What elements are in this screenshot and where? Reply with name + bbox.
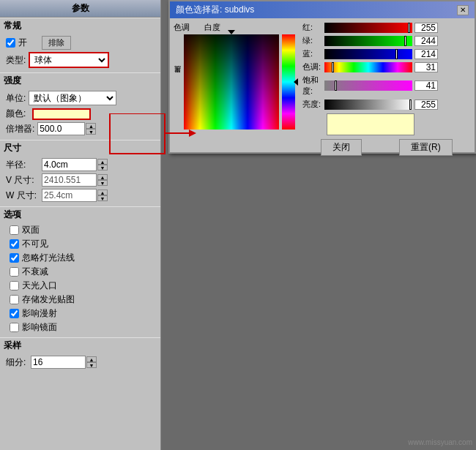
hue-slider-thumb xyxy=(294,78,298,86)
subdiv-label: 细分: xyxy=(6,356,28,369)
sky-light-checkbox[interactable] xyxy=(10,281,19,290)
sat-bar[interactable] xyxy=(324,80,412,91)
color-label: 颜色: xyxy=(6,108,26,120)
panel-title: 参数 xyxy=(0,0,160,18)
unit-label: 单位: xyxy=(6,92,26,105)
dialog-buttons: 关闭 重置(R) xyxy=(302,139,471,156)
wsize-label: W 尺寸: xyxy=(6,190,39,202)
bri-bar[interactable] xyxy=(324,100,412,110)
radius-up[interactable]: ▲ xyxy=(97,159,108,165)
vsize-down[interactable]: ▼ xyxy=(97,180,108,186)
dialog-title: 颜色选择器: subdivs ✕ xyxy=(170,1,475,18)
radius-input[interactable] xyxy=(42,158,97,171)
subdiv-down[interactable]: ▼ xyxy=(86,362,97,368)
color-adjust-tab[interactable]: 色调 xyxy=(174,22,190,33)
close-button[interactable]: 关闭 xyxy=(321,139,362,156)
invisible-checkbox[interactable] xyxy=(10,239,19,249)
multiplier-down[interactable]: ▼ xyxy=(86,129,96,135)
affect-specular-label: 影响镜面 xyxy=(22,321,57,334)
section-sampling: 采样 xyxy=(0,337,160,353)
remove-button[interactable]: 排除 xyxy=(42,36,71,50)
hue-value[interactable] xyxy=(414,62,438,72)
r-label: 红: xyxy=(302,22,324,33)
g-value[interactable] xyxy=(414,36,438,46)
no-decay-label: 不衰减 xyxy=(22,266,48,278)
vsize-up[interactable]: ▲ xyxy=(97,174,108,180)
hue-label: 色调: xyxy=(302,61,324,72)
bri-label: 亮度: xyxy=(302,99,324,110)
type-label: 类型: xyxy=(6,54,26,67)
section-intensity: 强度 xyxy=(0,72,160,89)
sat-label: 饱和度: xyxy=(302,75,324,97)
r-bar[interactable] xyxy=(324,23,412,33)
reset-button[interactable]: 重置(R) xyxy=(399,139,453,156)
section-size: 尺寸 xyxy=(0,140,160,156)
store-gi-checkbox[interactable] xyxy=(10,295,19,304)
g-label: 绿: xyxy=(302,35,324,46)
g-bar[interactable] xyxy=(324,36,412,46)
vsize-input xyxy=(42,173,97,187)
gradient-box[interactable] xyxy=(184,34,279,130)
color-picker-dialog: 颜色选择器: subdivs ✕ 色调 白度 黑度 xyxy=(168,0,476,154)
wsize-input xyxy=(42,189,97,202)
affect-diffuse-checkbox[interactable] xyxy=(10,309,19,318)
color-channels: 红: 绿: 蓝: xyxy=(299,22,471,148)
vsize-label: V 尺寸: xyxy=(6,174,39,187)
multiplier-up[interactable]: ▲ xyxy=(86,123,96,129)
unit-select[interactable]: 默认（图象） xyxy=(29,91,116,105)
affect-specular-checkbox[interactable] xyxy=(10,323,19,332)
wsize-down[interactable]: ▼ xyxy=(97,195,108,201)
affect-diffuse-label: 影响漫射 xyxy=(22,307,57,320)
dialog-close-button[interactable]: ✕ xyxy=(457,5,469,15)
b-label: 蓝: xyxy=(302,48,324,59)
left-panel: 参数 常规 开 排除 类型: 球体 强度 单位: 默认（图象） 颜色: 倍增器: xyxy=(0,0,161,450)
color-swatch[interactable] xyxy=(32,108,91,120)
result-color-box xyxy=(327,113,414,135)
no-decay-checkbox[interactable] xyxy=(10,267,19,277)
open-label: 开 xyxy=(18,37,27,49)
subdiv-input[interactable] xyxy=(31,356,86,369)
whiteness-tab[interactable]: 白度 xyxy=(204,22,220,33)
invisible-label: 不可见 xyxy=(22,238,48,250)
multiplier-input[interactable] xyxy=(37,122,85,135)
store-gi-label: 存储发光贴图 xyxy=(22,293,75,306)
b-bar[interactable] xyxy=(324,49,412,59)
hue-bar[interactable] xyxy=(324,62,412,72)
ignore-lights-checkbox[interactable] xyxy=(10,253,19,263)
bri-value[interactable] xyxy=(414,100,438,110)
double-sided-label: 双面 xyxy=(22,224,40,236)
radius-label: 半径: xyxy=(6,159,39,171)
wsize-up[interactable]: ▲ xyxy=(97,190,108,195)
double-sided-checkbox[interactable] xyxy=(10,225,19,235)
black-label: 黑度 xyxy=(173,34,182,78)
section-general: 常规 xyxy=(0,18,160,34)
sky-light-label: 天光入口 xyxy=(22,280,57,292)
multiplier-label: 倍增器: xyxy=(6,123,34,135)
sat-value[interactable] xyxy=(414,80,438,91)
r-value[interactable] xyxy=(414,23,438,33)
open-checkbox[interactable] xyxy=(6,38,15,48)
dialog-title-text: 颜色选择器: subdivs xyxy=(176,4,254,16)
ignore-lights-label: 忽略灯光法线 xyxy=(22,252,75,264)
radius-down[interactable]: ▼ xyxy=(97,165,108,170)
section-options: 选项 xyxy=(0,206,160,222)
subdiv-up[interactable]: ▲ xyxy=(86,356,97,362)
b-value[interactable] xyxy=(414,49,438,59)
type-select[interactable]: 球体 xyxy=(29,52,109,68)
watermark: www.missyuan.com xyxy=(408,438,472,446)
